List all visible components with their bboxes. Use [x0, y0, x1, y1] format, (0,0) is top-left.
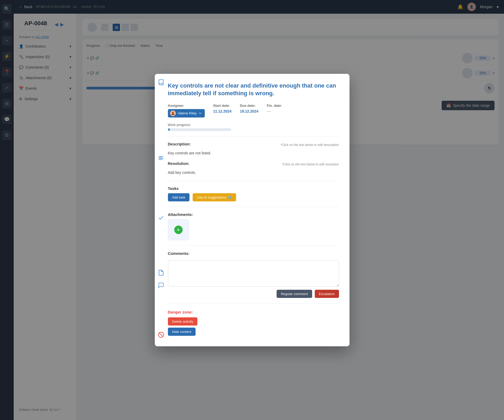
regular-comment-button[interactable]: Regular comment	[277, 290, 312, 298]
description-hint: *Click on the text below to edit descrip…	[280, 143, 339, 147]
ai-icon: ⚙️	[228, 195, 232, 199]
fin-date-label: Fin. date:	[267, 104, 282, 108]
edit-assignee-icon[interactable]: ✏	[199, 112, 202, 115]
attachments-label: Attachments:	[168, 212, 339, 217]
progress-track	[168, 128, 231, 131]
modal: Key controls are not clear and definitiv…	[155, 74, 350, 346]
assignee-label: Assignee:	[168, 104, 205, 108]
task-buttons: Add task Use AI suggestions ⚙️	[168, 193, 339, 201]
modal-title: Key controls are not clear and definitiv…	[168, 82, 339, 97]
resolution-text[interactable]: Add key controls.	[168, 170, 339, 175]
use-ai-label: Use AI suggestions	[197, 195, 226, 199]
start-date-label: Start date:	[213, 104, 232, 108]
tasks-label: Tasks	[168, 186, 339, 191]
due-date-value: 18.12.2024	[240, 109, 258, 113]
comments-label: Comments:	[168, 251, 339, 256]
escalation-button[interactable]: Escalation	[315, 290, 339, 298]
hide-content-button[interactable]: Hide content	[168, 328, 196, 336]
meta-row: Assignee: Valerie Riley ✏ Start date: 11…	[168, 104, 339, 118]
assignee-badge[interactable]: Valerie Riley ✏	[168, 109, 205, 118]
tasks-section: Tasks Add task Use AI suggestions ⚙️	[168, 186, 339, 201]
assignee-name: Valerie Riley	[178, 111, 197, 115]
due-date-label: Due date:	[240, 104, 258, 108]
modal-ban-icon	[158, 331, 164, 339]
danger-zone-label: Danger zone:	[168, 310, 339, 314]
description-section: Description: *Click on the text below to…	[168, 142, 339, 156]
use-ai-button[interactable]: Use AI suggestions ⚙️	[193, 193, 236, 201]
resolution-section: Resolution: *Click on the text below to …	[168, 161, 339, 175]
comment-actions: Regular comment Escalation	[168, 290, 339, 298]
delete-activity-button[interactable]: Delete activity	[168, 317, 198, 326]
due-date-group: Due date: 18.12.2024	[240, 104, 258, 113]
description-text[interactable]: Key controls are not listed.	[168, 150, 339, 156]
modal-align-left-icon	[158, 155, 164, 162]
progress-fill	[168, 128, 170, 131]
resolution-label: Resolution:	[168, 161, 190, 166]
svg-point-6	[172, 112, 174, 113]
start-date-group: Start date: 11.12.2024	[213, 104, 232, 113]
fin-date-value: ---	[267, 109, 282, 113]
attachment-add-box[interactable]: +	[168, 219, 189, 240]
add-task-button[interactable]: Add task	[168, 193, 190, 201]
modal-chat-icon	[158, 282, 164, 289]
svg-line-5	[159, 333, 163, 336]
add-attachment-button[interactable]: +	[174, 226, 183, 234]
comment-textarea[interactable]	[168, 260, 339, 287]
assignee-group: Assignee: Valerie Riley ✏	[168, 104, 205, 118]
work-progress-section: Work progress:	[168, 123, 339, 131]
description-label: Description:	[168, 142, 191, 146]
comments-section: Comments: Regular comment Escalation	[168, 251, 339, 298]
start-date-value: 11.12.2024	[213, 109, 232, 113]
modal-file-icon	[158, 269, 164, 277]
fin-date-group: Fin. date: ---	[267, 104, 282, 113]
attachments-section: Attachments: +	[168, 212, 339, 240]
assignee-avatar	[170, 110, 176, 116]
modal-check-icon	[158, 215, 164, 222]
resolution-hint: *Click on the text below to edit resolut…	[282, 163, 339, 166]
danger-zone-section: Danger zone: Delete activity Hide conten…	[168, 310, 339, 336]
modal-book-icon	[158, 79, 164, 86]
work-progress-label: Work progress:	[168, 123, 339, 127]
modal-body: Key controls are not clear and definitiv…	[168, 82, 339, 336]
